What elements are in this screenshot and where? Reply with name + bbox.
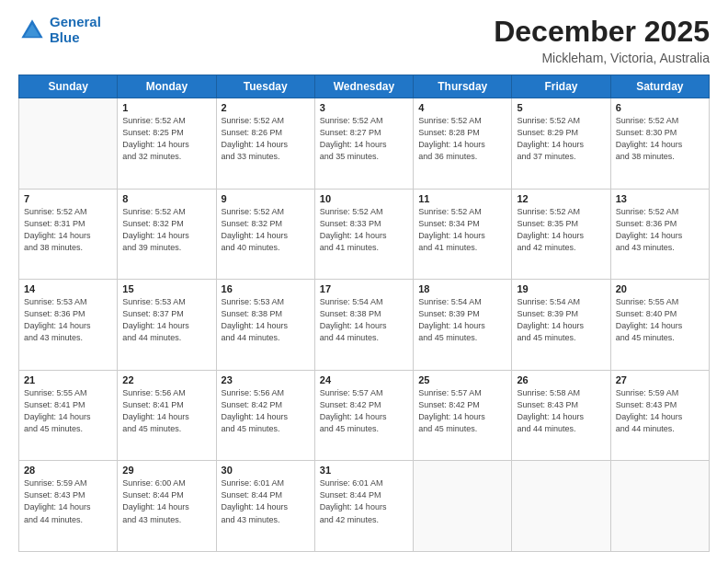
calendar-table: Sunday Monday Tuesday Wednesday Thursday…	[18, 75, 710, 552]
calendar-header-row: Sunday Monday Tuesday Wednesday Thursday…	[19, 75, 710, 98]
day-info: Sunrise: 5:52 AMSunset: 8:32 PMDaylight:…	[122, 206, 210, 254]
day-number: 22	[122, 374, 210, 385]
day-number: 17	[320, 283, 408, 294]
table-row: 15Sunrise: 5:53 AMSunset: 8:37 PMDayligh…	[118, 280, 216, 371]
day-number: 24	[320, 374, 408, 385]
day-info: Sunrise: 5:59 AMSunset: 8:43 PMDaylight:…	[24, 477, 112, 525]
day-number: 28	[24, 465, 112, 476]
day-number: 27	[616, 374, 704, 385]
day-info: Sunrise: 5:52 AMSunset: 8:30 PMDaylight:…	[616, 115, 704, 163]
table-row: 19Sunrise: 5:54 AMSunset: 8:39 PMDayligh…	[512, 280, 610, 371]
table-row: 1Sunrise: 5:52 AMSunset: 8:25 PMDaylight…	[118, 98, 216, 190]
logo: General Blue	[18, 15, 101, 45]
day-info: Sunrise: 5:55 AMSunset: 8:40 PMDaylight:…	[616, 296, 704, 344]
day-info: Sunrise: 6:01 AMSunset: 8:44 PMDaylight:…	[320, 477, 408, 525]
header: General Blue December 2025 Mickleham, Vi…	[18, 15, 710, 65]
day-info: Sunrise: 6:01 AMSunset: 8:44 PMDaylight:…	[222, 477, 310, 525]
day-info: Sunrise: 5:57 AMSunset: 8:42 PMDaylight:…	[320, 387, 408, 435]
day-info: Sunrise: 5:59 AMSunset: 8:43 PMDaylight:…	[616, 387, 704, 435]
table-row: 25Sunrise: 5:57 AMSunset: 8:42 PMDayligh…	[414, 370, 512, 461]
day-number: 9	[222, 193, 310, 204]
day-number: 21	[24, 374, 112, 385]
table-row: 29Sunrise: 6:00 AMSunset: 8:44 PMDayligh…	[118, 461, 216, 552]
day-info: Sunrise: 5:52 AMSunset: 8:33 PMDaylight:…	[320, 206, 408, 254]
main-title: December 2025	[494, 15, 710, 49]
table-row: 26Sunrise: 5:58 AMSunset: 8:43 PMDayligh…	[512, 370, 610, 461]
calendar-week-2: 7Sunrise: 5:52 AMSunset: 8:31 PMDaylight…	[19, 189, 710, 280]
day-info: Sunrise: 5:52 AMSunset: 8:32 PMDaylight:…	[222, 206, 310, 254]
day-number: 8	[122, 193, 210, 204]
table-row: 18Sunrise: 5:54 AMSunset: 8:39 PMDayligh…	[414, 280, 512, 371]
table-row: 30Sunrise: 6:01 AMSunset: 8:44 PMDayligh…	[216, 461, 314, 552]
title-block: December 2025 Mickleham, Victoria, Austr…	[494, 15, 710, 65]
table-row	[512, 461, 610, 552]
calendar-week-1: 1Sunrise: 5:52 AMSunset: 8:25 PMDaylight…	[19, 98, 710, 190]
table-row: 16Sunrise: 5:53 AMSunset: 8:38 PMDayligh…	[216, 280, 314, 371]
day-number: 4	[418, 102, 506, 113]
table-row: 24Sunrise: 5:57 AMSunset: 8:42 PMDayligh…	[314, 370, 413, 461]
calendar-week-4: 21Sunrise: 5:55 AMSunset: 8:41 PMDayligh…	[19, 370, 710, 461]
page: General Blue December 2025 Mickleham, Vi…	[0, 0, 728, 563]
calendar-week-5: 28Sunrise: 5:59 AMSunset: 8:43 PMDayligh…	[19, 461, 710, 552]
day-number: 2	[222, 102, 310, 113]
day-info: Sunrise: 5:54 AMSunset: 8:39 PMDaylight:…	[418, 296, 506, 344]
table-row: 8Sunrise: 5:52 AMSunset: 8:32 PMDaylight…	[118, 189, 216, 280]
day-number: 12	[517, 193, 605, 204]
day-info: Sunrise: 5:52 AMSunset: 8:27 PMDaylight:…	[320, 115, 408, 163]
day-number: 14	[24, 283, 112, 294]
day-number: 31	[320, 465, 408, 476]
day-info: Sunrise: 5:56 AMSunset: 8:41 PMDaylight:…	[122, 387, 210, 435]
table-row: 21Sunrise: 5:55 AMSunset: 8:41 PMDayligh…	[19, 370, 118, 461]
day-number: 13	[616, 193, 704, 204]
table-row: 14Sunrise: 5:53 AMSunset: 8:36 PMDayligh…	[19, 280, 118, 371]
day-info: Sunrise: 5:57 AMSunset: 8:42 PMDaylight:…	[418, 387, 506, 435]
day-info: Sunrise: 5:53 AMSunset: 8:36 PMDaylight:…	[24, 296, 112, 344]
table-row	[19, 98, 118, 190]
day-number: 10	[320, 193, 408, 204]
col-wednesday: Wednesday	[314, 75, 413, 98]
day-info: Sunrise: 5:52 AMSunset: 8:31 PMDaylight:…	[24, 206, 112, 254]
table-row: 2Sunrise: 5:52 AMSunset: 8:26 PMDaylight…	[216, 98, 314, 190]
table-row: 13Sunrise: 5:52 AMSunset: 8:36 PMDayligh…	[610, 189, 709, 280]
logo-text: General Blue	[50, 15, 101, 45]
table-row: 5Sunrise: 5:52 AMSunset: 8:29 PMDaylight…	[512, 98, 610, 190]
day-number: 16	[222, 283, 310, 294]
day-number: 30	[222, 465, 310, 476]
logo-icon	[18, 17, 46, 44]
day-number: 11	[418, 193, 506, 204]
day-number: 6	[616, 102, 704, 113]
day-number: 7	[24, 193, 112, 204]
table-row: 4Sunrise: 5:52 AMSunset: 8:28 PMDaylight…	[414, 98, 512, 190]
calendar-week-3: 14Sunrise: 5:53 AMSunset: 8:36 PMDayligh…	[19, 280, 710, 371]
table-row: 11Sunrise: 5:52 AMSunset: 8:34 PMDayligh…	[414, 189, 512, 280]
day-info: Sunrise: 5:52 AMSunset: 8:34 PMDaylight:…	[418, 206, 506, 254]
day-info: Sunrise: 5:52 AMSunset: 8:25 PMDaylight:…	[122, 115, 210, 163]
table-row: 31Sunrise: 6:01 AMSunset: 8:44 PMDayligh…	[314, 461, 413, 552]
day-info: Sunrise: 5:58 AMSunset: 8:43 PMDaylight:…	[517, 387, 605, 435]
day-number: 15	[122, 283, 210, 294]
day-number: 1	[122, 102, 210, 113]
table-row: 27Sunrise: 5:59 AMSunset: 8:43 PMDayligh…	[610, 370, 709, 461]
day-info: Sunrise: 5:54 AMSunset: 8:39 PMDaylight:…	[517, 296, 605, 344]
day-number: 18	[418, 283, 506, 294]
col-friday: Friday	[512, 75, 610, 98]
day-info: Sunrise: 6:00 AMSunset: 8:44 PMDaylight:…	[122, 477, 210, 525]
day-number: 26	[517, 374, 605, 385]
table-row: 7Sunrise: 5:52 AMSunset: 8:31 PMDaylight…	[19, 189, 118, 280]
table-row: 6Sunrise: 5:52 AMSunset: 8:30 PMDaylight…	[610, 98, 709, 190]
table-row	[610, 461, 709, 552]
col-thursday: Thursday	[414, 75, 512, 98]
table-row: 17Sunrise: 5:54 AMSunset: 8:38 PMDayligh…	[314, 280, 413, 371]
day-info: Sunrise: 5:52 AMSunset: 8:28 PMDaylight:…	[418, 115, 506, 163]
table-row: 23Sunrise: 5:56 AMSunset: 8:42 PMDayligh…	[216, 370, 314, 461]
table-row: 9Sunrise: 5:52 AMSunset: 8:32 PMDaylight…	[216, 189, 314, 280]
day-number: 5	[517, 102, 605, 113]
day-info: Sunrise: 5:52 AMSunset: 8:35 PMDaylight:…	[517, 206, 605, 254]
col-tuesday: Tuesday	[216, 75, 314, 98]
day-number: 29	[122, 465, 210, 476]
table-row: 3Sunrise: 5:52 AMSunset: 8:27 PMDaylight…	[314, 98, 413, 190]
table-row: 20Sunrise: 5:55 AMSunset: 8:40 PMDayligh…	[610, 280, 709, 371]
day-number: 19	[517, 283, 605, 294]
day-number: 3	[320, 102, 408, 113]
day-number: 20	[616, 283, 704, 294]
